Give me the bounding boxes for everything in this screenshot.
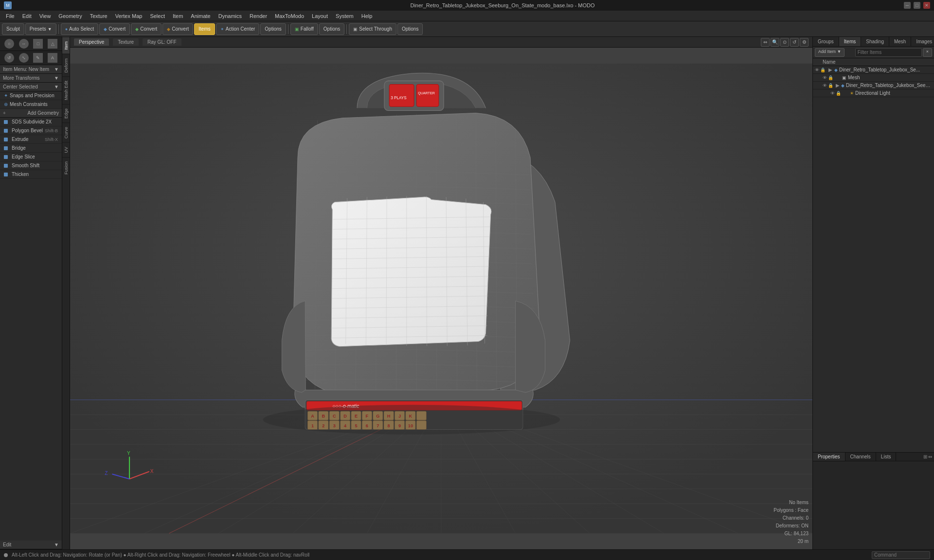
channels-label: Channels: 0 <box>773 514 808 522</box>
snaps-precision-btn[interactable]: ✦ Snaps and Precision <box>0 91 62 100</box>
polygon-bevel-btn[interactable]: Polygon Bevel Shift-B <box>0 126 62 135</box>
add-item-btn[interactable]: Add Item ▼ <box>815 48 844 57</box>
thicken-btn[interactable]: Thicken <box>0 170 62 179</box>
menu-geometry[interactable]: Geometry <box>54 12 86 20</box>
tab-items[interactable]: Items <box>839 37 861 46</box>
convert1-button[interactable]: ◆ Convert <box>99 23 130 35</box>
svg-text:Z: Z <box>105 471 108 476</box>
view-tab-perspective[interactable]: Perspective <box>74 38 109 46</box>
edge-slice-btn[interactable]: Edge Slice <box>0 153 62 161</box>
tool-icon-scale[interactable]: ⤡ <box>19 53 29 63</box>
toolbar-sep-3 <box>346 24 347 34</box>
items-button[interactable]: Items <box>194 23 215 35</box>
center-selected-section[interactable]: Center Selected ▼ <box>0 83 62 91</box>
vtab-edge[interactable]: Edge <box>62 104 70 122</box>
panel-fullscreen-icon[interactable]: ⇔ <box>928 454 932 459</box>
command-input[interactable] <box>872 551 930 559</box>
bridge-btn[interactable]: Bridge <box>0 144 62 153</box>
expand-2[interactable]: ▶ <box>836 83 841 88</box>
options3-button[interactable]: Options <box>397 23 423 35</box>
vtab-deform[interactable]: Deform <box>62 54 70 77</box>
filter-clear-btn[interactable]: × <box>923 48 932 57</box>
more-transforms-section[interactable]: More Transforms ▼ <box>0 74 62 83</box>
tab-images[interactable]: Images <box>911 37 934 46</box>
vp-icon-resize[interactable]: ⇔ <box>761 38 770 47</box>
tab-channels[interactable]: Channels <box>845 453 876 461</box>
minimize-button[interactable]: ─ <box>904 2 911 9</box>
vp-icon-rotate[interactable]: ↺ <box>790 38 799 47</box>
mesh-constraints-btn[interactable]: ⊕ Mesh Constraints <box>0 100 62 109</box>
tool-icon-text[interactable]: A <box>48 53 57 63</box>
presets-button[interactable]: Presets ▼ <box>25 23 56 35</box>
vp-icon-center[interactable]: ⊙ <box>780 38 789 47</box>
close-button[interactable]: ✕ <box>923 2 930 9</box>
vp-icon-settings[interactable]: ⚙ <box>800 38 808 47</box>
tool-icon-move[interactable]: ↔ <box>19 39 29 49</box>
menu-edit[interactable]: Edit <box>18 12 36 20</box>
tab-shading[interactable]: Shading <box>861 37 889 46</box>
convert3-button[interactable]: ◆ Convert <box>162 23 193 35</box>
edit-section[interactable]: Edit ▼ <box>0 541 62 549</box>
falloff-label: Falloff <box>301 26 314 32</box>
menu-vertexmap[interactable]: Vertex Map <box>111 12 146 20</box>
menu-view[interactable]: View <box>36 12 55 20</box>
list-item[interactable]: 👁 🔒 ▶ ◆ Diner_Retro_Tabletop_Jukebox_Se.… <box>813 66 934 74</box>
maximize-button[interactable]: □ <box>914 2 920 9</box>
tool-icon-rotate[interactable]: ↺ <box>4 53 14 63</box>
select-through-button[interactable]: ▣ Select Through <box>349 23 396 35</box>
item-menu-dropdown[interactable]: Item Menu: New Item ▼ <box>0 65 62 74</box>
view-tab-raygl[interactable]: Ray GL: OFF <box>143 38 181 46</box>
menu-texture[interactable]: Texture <box>86 12 111 20</box>
menu-render[interactable]: Render <box>246 12 271 20</box>
right-panel: Groups Items Shading Mesh Images ⇔ Add I… <box>812 37 934 549</box>
convert2-label: Convert <box>140 26 157 32</box>
view-tab-texture[interactable]: Texture <box>113 38 139 46</box>
menu-layout[interactable]: Layout <box>308 12 332 20</box>
action-center-button[interactable]: ✦ Action Center <box>216 23 260 35</box>
tool-icon-triangle[interactable]: △ <box>48 39 57 49</box>
main-area: ○ ↔ □ △ ↺ ⤡ ✎ A Item Menu: New Item ▼ Mo… <box>0 37 934 549</box>
tool-icon-pen[interactable]: ✎ <box>33 53 43 63</box>
menu-dynamics[interactable]: Dynamics <box>215 12 246 20</box>
vtab-meshedit[interactable]: Mesh Edit <box>62 76 70 104</box>
vtab-uv[interactable]: UV <box>62 142 70 157</box>
vtab-item[interactable]: Item <box>62 37 70 54</box>
tab-groups[interactable]: Groups <box>813 37 839 46</box>
options1-button[interactable]: Options <box>260 23 286 35</box>
name-col: Name <box>823 59 932 65</box>
menu-maxtomodo[interactable]: MaxToModo <box>271 12 308 20</box>
sculpt-button[interactable]: Sculpt <box>2 23 24 35</box>
menu-item[interactable]: Item <box>169 12 187 20</box>
list-item[interactable]: 👁 🔒 ▣ Mesh <box>813 74 934 82</box>
menu-help[interactable]: Help <box>358 12 377 20</box>
window-controls[interactable]: ─ □ ✕ <box>904 2 930 9</box>
list-item[interactable]: 👁 🔒 ☀ Directional Light <box>813 89 934 97</box>
svg-rect-25 <box>416 84 439 106</box>
tool-icon-box[interactable]: □ <box>33 39 43 49</box>
list-item[interactable]: 👁 🔒 ▶ ◆ Diner_Retro_Tabletop_Jukebox_See… <box>813 82 934 89</box>
falloff-button[interactable]: ▣ Falloff <box>290 23 318 35</box>
auto-select-button[interactable]: ● Auto Select <box>61 23 99 35</box>
vtab-curve[interactable]: Curve <box>62 122 70 142</box>
menu-animate[interactable]: Animate <box>187 12 214 20</box>
falloff-icon: ▣ <box>295 27 299 32</box>
extrude-btn[interactable]: Extrude Shift-X <box>0 135 62 144</box>
convert2-button[interactable]: ◆ Convert <box>131 23 162 35</box>
options2-button[interactable]: Options <box>319 23 344 35</box>
tab-mesh[interactable]: Mesh <box>889 37 911 46</box>
menu-select[interactable]: Select <box>146 12 169 20</box>
viewport-canvas[interactable]: 3 PLAYS QUARTER ○○○-o-matic <box>70 48 812 549</box>
filter-items-input[interactable] <box>855 48 922 57</box>
vtab-fusion[interactable]: Fusion <box>62 157 70 178</box>
tool-icon-sphere[interactable]: ○ <box>4 39 14 49</box>
add-geometry-section[interactable]: + Add Geometry <box>0 109 62 118</box>
menu-system[interactable]: System <box>332 12 358 20</box>
panel-expand-left-icon[interactable]: ⊞ <box>923 454 927 459</box>
vp-icon-zoom[interactable]: 🔍 <box>771 38 779 47</box>
tab-properties[interactable]: Properties <box>813 453 845 461</box>
menu-file[interactable]: File <box>2 12 18 20</box>
sds-subdivide-btn[interactable]: SDS Subdivide 2X <box>0 118 62 126</box>
expand-0[interactable]: ▶ <box>828 67 834 72</box>
tab-lists[interactable]: Lists <box>876 453 897 461</box>
smooth-shift-btn[interactable]: Smooth Shift <box>0 161 62 170</box>
